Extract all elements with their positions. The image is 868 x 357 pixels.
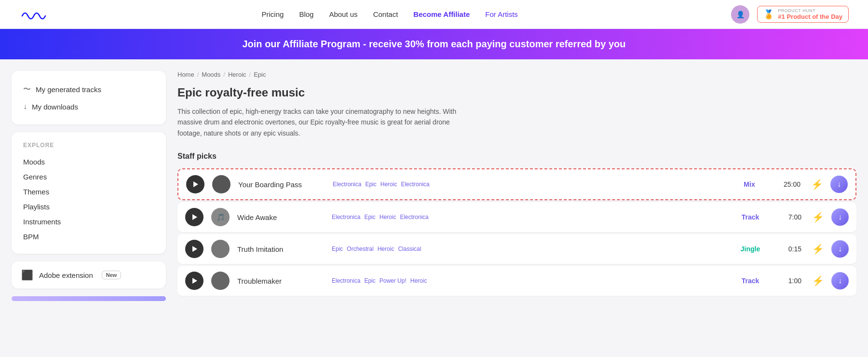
track-actions: ⚡ ↓ [809, 240, 849, 258]
sidebar-my-downloads[interactable]: ↓ My downloads [23, 98, 154, 115]
track-name: Truth Imitation [237, 245, 324, 253]
nav-for-artists[interactable]: For Artists [485, 10, 518, 18]
nav-contact[interactable]: Contact [373, 10, 398, 18]
tag[interactable]: Electronica [401, 181, 429, 188]
tag[interactable]: Electronica [332, 277, 360, 284]
nav-pricing[interactable]: Pricing [262, 10, 284, 18]
affiliate-banner[interactable]: Join our Affiliate Program - receive 30%… [0, 29, 868, 59]
sidebar-my-generated-tracks[interactable]: 〜 My generated tracks [23, 81, 154, 98]
sidebar-downloads-label: My downloads [32, 103, 78, 111]
lightning-button[interactable]: ⚡ [809, 272, 827, 289]
tag[interactable]: Heroic [410, 277, 427, 284]
track-duration: 7:00 [773, 213, 801, 221]
track-tags: EpicOrchestralHeroicClassical [332, 246, 728, 252]
svg-marker-0 [193, 181, 198, 187]
explore-title: EXPLORE [23, 142, 154, 149]
tag[interactable]: Classical [398, 246, 421, 252]
svg-marker-3 [192, 278, 197, 284]
tag[interactable]: Orchestral [347, 246, 373, 252]
tag[interactable]: Heroic [380, 214, 396, 220]
breadcrumb-moods[interactable]: Moods [202, 71, 220, 78]
user-card: 〜 My generated tracks ↓ My downloads [12, 71, 166, 124]
tag[interactable]: Electronica [400, 214, 428, 220]
sidebar-item-genres[interactable]: Genres [23, 169, 154, 184]
navbar: Pricing Blog About us Contact Become Aff… [0, 0, 868, 29]
tag[interactable]: Heroic [380, 181, 397, 188]
main-layout: 〜 My generated tracks ↓ My downloads EXP… [0, 59, 868, 313]
sidebar-color-bar [12, 296, 166, 301]
track-name: Troublemaker [237, 277, 324, 285]
breadcrumb-heroic[interactable]: Heroic [228, 71, 246, 78]
track-duration: 25:00 [772, 180, 800, 188]
content: Home / Moods / Heroic / Epic Epic royalt… [177, 71, 856, 301]
sidebar: 〜 My generated tracks ↓ My downloads EXP… [12, 71, 166, 301]
adobe-label: Adobe extension [39, 271, 93, 279]
svg-marker-2 [192, 246, 197, 252]
lightning-button[interactable]: ⚡ [808, 176, 826, 193]
page-title: Epic royalty-free music [177, 86, 856, 99]
avatar[interactable]: 👤 [731, 5, 749, 24]
breadcrumb-home[interactable]: Home [177, 71, 194, 78]
download-button[interactable]: ↓ [831, 240, 849, 258]
tag[interactable]: Electronica [333, 181, 361, 188]
sidebar-item-instruments[interactable]: Instruments [23, 214, 154, 229]
track-thumbnail: 🎵 [211, 208, 230, 226]
nav-become-affiliate[interactable]: Become Affiliate [413, 10, 470, 18]
play-button[interactable] [185, 272, 203, 290]
banner-text: Join our Affiliate Program - receive 30%… [242, 39, 625, 49]
track-list: Your Boarding Pass ElectronicaEpicHeroic… [177, 168, 856, 296]
track-thumbnail [211, 240, 230, 258]
track-name: Your Boarding Pass [238, 180, 325, 189]
track-row: Truth Imitation EpicOrchestralHeroicClas… [177, 234, 856, 264]
medal-icon: 🏅 [763, 9, 774, 20]
product-hunt-badge[interactable]: 🏅 PRODUCT HUNT #1 Product of the Day [757, 6, 849, 23]
nav-blog[interactable]: Blog [299, 10, 313, 18]
tag[interactable]: Heroic [378, 246, 394, 252]
tag[interactable]: Power Up! [380, 277, 407, 284]
download-button[interactable]: ↓ [831, 208, 849, 226]
download-button[interactable]: ↓ [830, 176, 848, 193]
lightning-button[interactable]: ⚡ [809, 240, 827, 258]
nav-about[interactable]: About us [329, 10, 357, 18]
track-row: Troublemaker ElectronicaEpicPower Up!Her… [177, 266, 856, 296]
sidebar-item-playlists[interactable]: Playlists [23, 199, 154, 214]
sidebar-generated-label: My generated tracks [36, 85, 101, 94]
sidebar-item-themes[interactable]: Themes [23, 184, 154, 199]
staff-picks-title: Staff picks [177, 152, 856, 161]
svg-marker-1 [192, 214, 197, 220]
track-thumbnail [211, 272, 230, 290]
adobe-icon: ⬛ [21, 269, 33, 281]
track-thumbnail [212, 175, 231, 193]
track-tags: ElectronicaEpicHeroicElectronica [333, 181, 727, 188]
track-type: Track [736, 213, 765, 221]
download-icon: ↓ [23, 102, 27, 111]
track-type: Jingle [736, 245, 765, 253]
wave-icon: 〜 [23, 84, 31, 95]
tag[interactable]: Epic [364, 277, 375, 284]
tag[interactable]: Epic [332, 246, 343, 252]
track-type: Mix [735, 180, 764, 188]
play-button[interactable] [185, 208, 203, 226]
track-row: 🎵 Wide Awake ElectronicaEpicHeroicElectr… [177, 202, 856, 232]
breadcrumb-epic: Epic [254, 71, 266, 78]
track-tags: ElectronicaEpicPower Up!Heroic [332, 277, 728, 284]
tag[interactable]: Electronica [332, 214, 360, 220]
play-button[interactable] [186, 175, 204, 193]
track-actions: ⚡ ↓ [809, 272, 849, 289]
tag[interactable]: Epic [365, 181, 376, 188]
ph-title: #1 Product of the Day [778, 13, 842, 20]
ph-label: PRODUCT HUNT [778, 8, 842, 13]
track-actions: ⚡ ↓ [808, 176, 848, 193]
sidebar-item-moods[interactable]: Moods [23, 154, 154, 169]
track-name: Wide Awake [237, 213, 324, 221]
track-row: Your Boarding Pass ElectronicaEpicHeroic… [177, 168, 856, 200]
sidebar-item-bpm[interactable]: BPM [23, 229, 154, 244]
nav-links: Pricing Blog About us Contact Become Aff… [262, 10, 518, 18]
explore-card: EXPLORE Moods Genres Themes Playlists In… [12, 132, 166, 254]
breadcrumb: Home / Moods / Heroic / Epic [177, 71, 856, 78]
download-button[interactable]: ↓ [831, 272, 849, 289]
logo[interactable] [19, 7, 48, 22]
tag[interactable]: Epic [364, 214, 375, 220]
lightning-button[interactable]: ⚡ [809, 208, 827, 226]
play-button[interactable] [185, 240, 203, 258]
